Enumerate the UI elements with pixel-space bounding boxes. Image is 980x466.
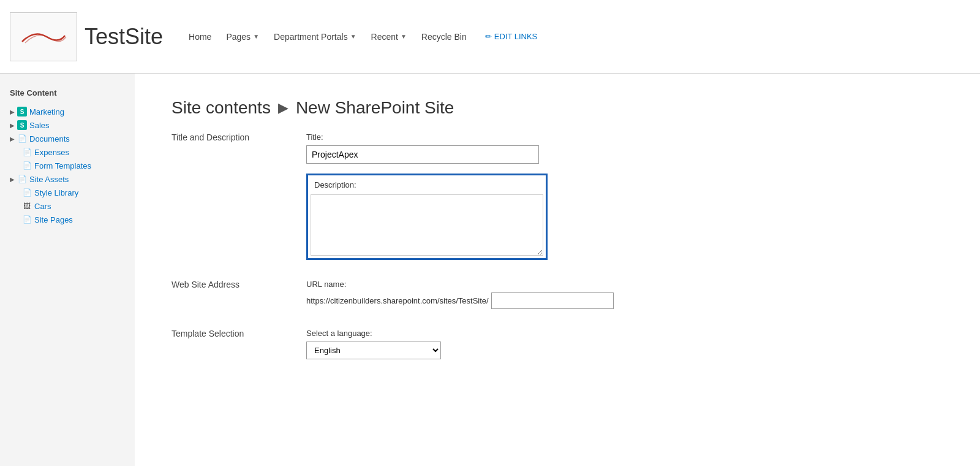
section-label-area: Title and Description xyxy=(172,132,282,260)
title-label: Title: xyxy=(306,132,943,142)
language-select[interactable]: English French German Spanish xyxy=(306,342,441,359)
web-address-row: Web Site Address URL name: https://citiz… xyxy=(172,280,943,309)
template-label-area: Template Selection xyxy=(172,329,282,359)
sidebar-item-form-templates[interactable]: 📄 Form Templates xyxy=(10,159,125,172)
breadcrumb-part1: Site contents xyxy=(172,98,271,118)
title-description-section: Title and Description Title: Description… xyxy=(172,132,943,260)
description-field-group: Description: xyxy=(306,174,943,260)
sidebar-item-sales[interactable]: ▶ S Sales xyxy=(10,118,125,132)
web-address-section: Web Site Address URL name: https://citiz… xyxy=(172,280,943,309)
sidebar-item-site-pages[interactable]: 📄 Site Pages xyxy=(10,213,125,226)
logo-area: TestSite xyxy=(10,12,163,61)
cars-icon: 🖼 xyxy=(22,201,32,211)
nav-department-portals[interactable]: Department Portals ▼ xyxy=(268,28,363,45)
site-title: TestSite xyxy=(85,24,163,50)
header: TestSite Home Pages ▼ Department Portals… xyxy=(0,0,980,74)
edit-links-button[interactable]: ✏ EDIT LINKS xyxy=(485,32,538,41)
template-section: Template Selection Select a language: En… xyxy=(172,329,943,359)
pencil-icon: ✏ xyxy=(485,32,492,41)
description-label: Description: xyxy=(311,178,543,191)
sidebar-item-expenses[interactable]: 📄 Expenses xyxy=(10,145,125,159)
url-suffix-input[interactable] xyxy=(491,292,614,309)
url-name-label: URL name: xyxy=(306,280,943,289)
sidebar-item-style-library[interactable]: 📄 Style Library xyxy=(10,186,125,199)
title-desc-row: Title and Description Title: Description… xyxy=(172,132,943,260)
description-highlight-wrapper: Description: xyxy=(306,174,548,260)
expand-arrow: ▶ xyxy=(10,136,15,142)
main-nav: Home Pages ▼ Department Portals ▼ Recent… xyxy=(183,28,537,45)
sidebar-item-cars[interactable]: 🖼 Cars xyxy=(10,199,125,213)
description-textarea[interactable] xyxy=(311,194,543,256)
template-fields: Select a language: English French German… xyxy=(306,329,943,359)
title-desc-label: Title and Description xyxy=(172,132,282,142)
expand-arrow: ▶ xyxy=(10,109,15,115)
nav-recycle-bin[interactable]: Recycle Bin xyxy=(415,28,473,45)
template-row: Template Selection Select a language: En… xyxy=(172,329,943,359)
template-section-label: Template Selection xyxy=(172,329,282,338)
nav-recent[interactable]: Recent ▼ xyxy=(365,28,413,45)
marketing-icon: S xyxy=(17,107,27,116)
breadcrumb-part2: New SharePoint Site xyxy=(296,98,454,118)
pages-dropdown-arrow: ▼ xyxy=(253,33,259,40)
title-field-group: Title: xyxy=(306,132,943,164)
sales-icon: S xyxy=(17,120,27,130)
sidebar-item-site-assets[interactable]: ▶ 📄 Site Assets xyxy=(10,172,125,186)
web-address-fields: URL name: https://citizenbuilders.sharep… xyxy=(306,280,943,309)
url-row: https://citizenbuilders.sharepoint.com/s… xyxy=(306,292,943,309)
main-content: Site contents ▶ New SharePoint Site Titl… xyxy=(135,74,980,466)
sidebar-item-documents[interactable]: ▶ 📄 Documents xyxy=(10,132,125,145)
web-address-label: Web Site Address xyxy=(172,280,282,289)
recent-dropdown-arrow: ▼ xyxy=(401,33,407,40)
breadcrumb-separator: ▶ xyxy=(278,100,288,116)
language-label: Select a language: xyxy=(306,329,943,338)
site-assets-icon: 📄 xyxy=(17,174,27,184)
sidebar: Site Content ▶ S Marketing ▶ S Sales ▶ 📄… xyxy=(0,74,135,466)
style-library-icon: 📄 xyxy=(22,188,32,197)
sidebar-item-marketing[interactable]: ▶ S Marketing xyxy=(10,105,125,118)
web-address-label-area: Web Site Address xyxy=(172,280,282,309)
documents-icon: 📄 xyxy=(17,134,27,143)
nav-pages[interactable]: Pages ▼ xyxy=(220,28,265,45)
title-input[interactable] xyxy=(306,145,539,164)
site-pages-icon: 📄 xyxy=(22,215,32,224)
expand-arrow: ▶ xyxy=(10,176,15,183)
title-desc-fields: Title: Description: xyxy=(306,132,943,260)
page-layout: Site Content ▶ S Marketing ▶ S Sales ▶ 📄… xyxy=(0,74,980,466)
sidebar-title: Site Content xyxy=(10,88,125,97)
portals-dropdown-arrow: ▼ xyxy=(350,33,356,40)
site-logo xyxy=(10,12,77,61)
form-templates-icon: 📄 xyxy=(22,161,32,170)
expenses-icon: 📄 xyxy=(22,147,32,157)
expand-arrow: ▶ xyxy=(10,122,15,129)
nav-home[interactable]: Home xyxy=(183,28,217,45)
breadcrumb: Site contents ▶ New SharePoint Site xyxy=(172,98,943,118)
url-base-text: https://citizenbuilders.sharepoint.com/s… xyxy=(306,296,489,305)
